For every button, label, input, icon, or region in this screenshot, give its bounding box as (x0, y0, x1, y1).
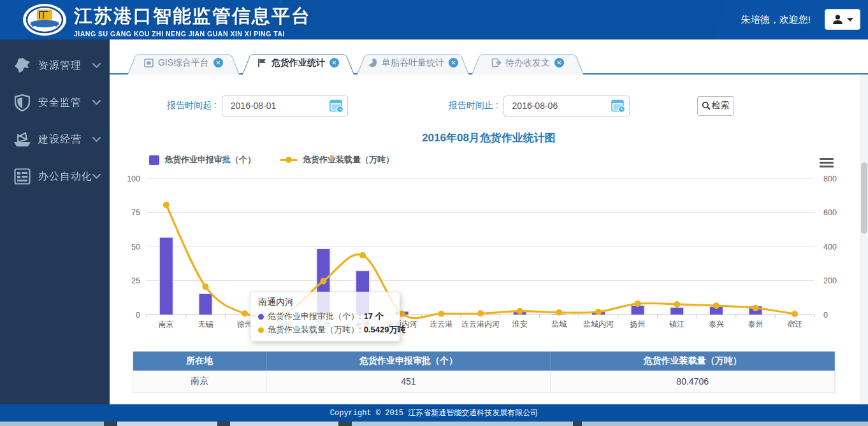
tab-label: 单船吞吐量统计 (382, 57, 444, 69)
tab-single-ship-throughput[interactable]: 单船吞吐量统计 ✕ (357, 51, 469, 75)
tooltip-value: 0.5429万吨 (364, 324, 406, 336)
tooltip-label: 危货作业申报审批（个）: (268, 311, 361, 322)
close-icon[interactable]: ✕ (329, 58, 339, 67)
sidebar-item-resource-management[interactable]: 资源管理 (0, 55, 110, 76)
chart-tooltip: 南通内河 危货作业申报审批（个）: 17 个 危货作业装载量（万吨）: 0.54… (250, 292, 400, 342)
scrollbar-thumb[interactable] (861, 162, 867, 234)
chevron-down-icon (92, 100, 101, 105)
legend-item-bar-series[interactable]: 危货作业申报审批（个） (149, 154, 256, 166)
footer-bar: Copyright © 2015 江苏省新通智能交通科技发展有限公司 (0, 404, 868, 422)
taskbar-edge-strip (0, 422, 868, 426)
sidebar-item-label: 建设经营 (38, 133, 92, 146)
combo-chart[interactable]: 00252005040075600100800南京无锡徐州常州苏州南通南通内河连… (119, 168, 851, 340)
gis-screen-icon (144, 59, 154, 67)
user-icon (832, 14, 843, 25)
chevron-down-icon (92, 174, 101, 179)
svg-text:400: 400 (823, 243, 837, 252)
svg-text:连云港内河: 连云港内河 (461, 320, 500, 329)
tooltip-value: 17 个 (364, 311, 384, 322)
tab-dangerous-goods-stats[interactable]: 危货作业统计 ✕ (242, 51, 354, 75)
sidebar: 资源管理 安全监管 建设经营 办公自动化 (0, 39, 110, 405)
bar-series-swatch (149, 155, 159, 165)
app-brand: 江苏港口智能监管信息平台 JIANG SU GANG KOU ZHI NENG … (74, 4, 311, 38)
close-icon[interactable]: ✕ (449, 58, 458, 67)
svg-text:50: 50 (131, 243, 140, 252)
app-title: 江苏港口智能监管信息平台 (74, 4, 311, 29)
svg-text:0: 0 (136, 311, 140, 320)
svg-text:75: 75 (131, 208, 140, 217)
cell-location: 南京 (133, 371, 266, 392)
svg-text:泰兴: 泰兴 (709, 320, 724, 329)
tooltip-label: 危货作业装载量（万吨）: (268, 324, 361, 336)
map-icon (11, 56, 33, 75)
legend-label: 危货作业申报审批（个） (164, 154, 256, 166)
table-row[interactable]: 南京 451 80.4706 (133, 371, 835, 392)
crane-ship-icon (11, 130, 33, 149)
main-content: GIS综合平台 ✕ 危货作业统计 ✕ 单船吞吐量统计 ✕ (110, 39, 868, 405)
chevron-down-icon (92, 63, 101, 68)
svg-text:盐城内河: 盐城内河 (583, 320, 614, 329)
end-date-label: 报告时间止 : (449, 100, 498, 111)
tooltip-row-line: 危货作业装载量（万吨）: 0.5429万吨 (258, 324, 392, 336)
svg-text:南京: 南京 (159, 320, 174, 329)
sidebar-item-label: 办公自动化 (38, 170, 92, 183)
magnifier-icon (702, 101, 711, 110)
svg-text:0: 0 (823, 311, 828, 320)
app-subtitle: JIANG SU GANG KOU ZHI NENG JIAN GUAN XIN… (74, 30, 311, 38)
svg-text:200: 200 (823, 276, 837, 285)
col-header-load: 危货作业装载量（万吨） (551, 351, 835, 371)
stats-table: 所在地 危货作业申报审批（个） 危货作业装载量（万吨） 南京 451 80.47… (133, 351, 835, 394)
svg-text:镇江: 镇江 (669, 320, 684, 329)
chart-menu-icon[interactable] (820, 158, 834, 169)
pie-chart-icon (368, 58, 377, 67)
sidebar-item-construction-operation[interactable]: 建设经营 (0, 129, 110, 150)
legend-item-line-series[interactable]: 危货作业装载量（万吨） (280, 154, 394, 166)
close-icon[interactable]: ✕ (554, 58, 564, 67)
legend-label: 危货作业装载量（万吨） (303, 154, 394, 166)
svg-text:淮安: 淮安 (512, 320, 528, 329)
document-send-icon (491, 58, 501, 67)
header-diagonal-decoration (268, 0, 727, 39)
start-date-label: 报告时间起 : (167, 100, 217, 111)
table-header-row: 所在地 危货作业申报审批（个） 危货作业装载量（万吨） (133, 351, 835, 371)
calendar-clock-icon[interactable] (329, 99, 344, 113)
welcome-text: 朱培德，欢迎您! (741, 14, 811, 26)
cell-approvals: 451 (266, 371, 551, 392)
sidebar-item-safety-supervision[interactable]: 安全监管 (0, 92, 110, 113)
flag-icon (257, 58, 267, 67)
tooltip-row-bar: 危货作业申报审批（个）: 17 个 (258, 311, 392, 322)
tab-pending-documents[interactable]: 待办收发文 ✕ (472, 51, 584, 75)
search-button-label: 检索 (712, 100, 730, 111)
start-date-box (222, 96, 348, 117)
sidebar-item-office-automation[interactable]: 办公自动化 (0, 166, 110, 187)
svg-text:盐城: 盐城 (551, 320, 567, 329)
tab-label: 危货作业统计 (271, 57, 325, 69)
app-window: 江苏港口智能监管信息平台 JIANG SU GANG KOU ZHI NENG … (0, 0, 868, 426)
user-menu-button[interactable] (825, 9, 860, 30)
line-series-swatch (280, 159, 298, 161)
tab-label: GIS综合平台 (158, 57, 209, 69)
tab-label: 待办收发文 (505, 57, 550, 69)
chart-area: 00252005040075600100800南京无锡徐州常州苏州南通南通内河连… (119, 168, 851, 340)
tooltip-title: 南通内河 (258, 297, 392, 308)
chart-legend: 危货作业申报审批（个） 危货作业装载量（万吨） (149, 154, 868, 166)
col-header-approvals: 危货作业申报审批（个） (266, 351, 551, 371)
calendar-clock-icon[interactable] (611, 99, 626, 113)
cell-load: 80.4706 (551, 371, 835, 392)
port-logo (22, 3, 68, 36)
table-row-partial[interactable] (133, 392, 835, 394)
stats-table-container: 所在地 危货作业申报审批（个） 危货作业装载量（万吨） 南京 451 80.47… (133, 351, 835, 394)
svg-text:泰州: 泰州 (748, 320, 763, 329)
chevron-down-icon (92, 137, 101, 142)
bar-series-dot (258, 314, 264, 320)
sidebar-item-label: 安全监管 (38, 96, 92, 110)
search-button[interactable]: 检索 (697, 96, 734, 116)
page-scrollbar[interactable] (860, 75, 868, 405)
svg-text:100: 100 (127, 174, 140, 183)
svg-text:25: 25 (131, 276, 140, 285)
svg-text:800: 800 (823, 174, 837, 183)
tab-gis-platform[interactable]: GIS综合平台 ✕ (127, 51, 240, 75)
sidebar-item-label: 资源管理 (38, 59, 92, 73)
close-icon[interactable]: ✕ (213, 58, 223, 67)
line-series-dot (258, 327, 264, 333)
